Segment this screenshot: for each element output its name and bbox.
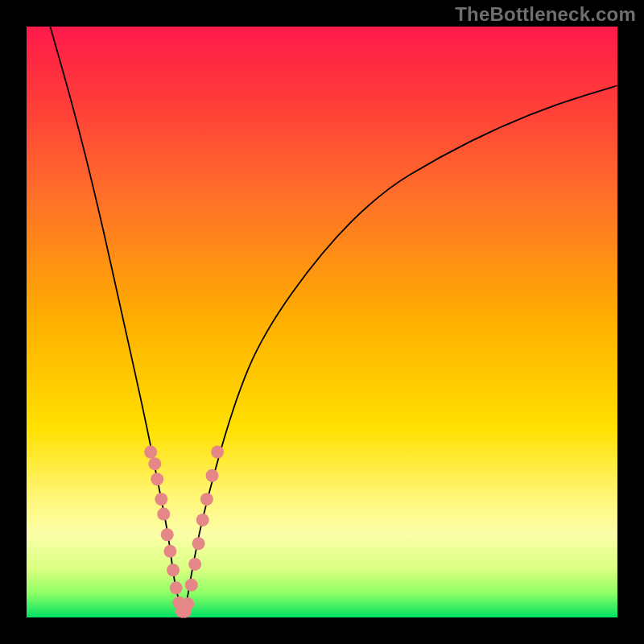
data-point (155, 493, 167, 506)
data-point (161, 528, 174, 541)
data-point (188, 558, 201, 571)
data-point (144, 445, 157, 458)
data-point (167, 564, 180, 576)
data-point (170, 581, 183, 594)
data-point (205, 469, 218, 482)
data-point (196, 514, 209, 526)
curve-layer (27, 27, 617, 617)
plot-area (27, 27, 617, 617)
data-point (200, 493, 213, 506)
data-point (157, 508, 170, 521)
data-point (181, 597, 194, 610)
data-point (192, 537, 205, 550)
data-point (211, 445, 224, 458)
chart-frame: TheBottleneck.com (0, 0, 644, 644)
watermark-label: TheBottleneck.com (455, 3, 636, 26)
data-point (163, 545, 176, 558)
data-point (185, 579, 198, 592)
data-point (148, 457, 161, 470)
data-point (151, 473, 163, 485)
bottleneck-curve (50, 27, 617, 613)
